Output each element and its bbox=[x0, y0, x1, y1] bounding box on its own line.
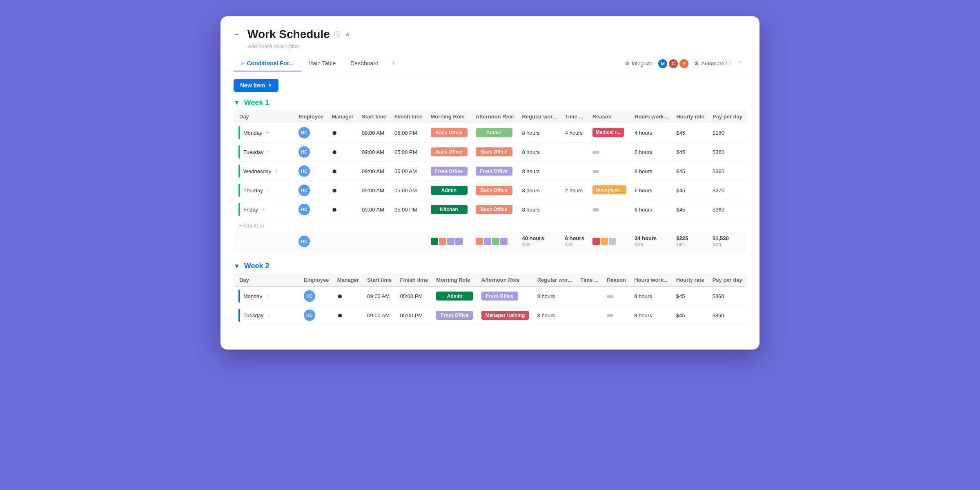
table-row: Monday + HC ● 09:00 AM 05:00 PM Admin Fr… bbox=[234, 287, 746, 306]
employee-cell: HC bbox=[294, 123, 327, 143]
manager-avatar: ● bbox=[332, 127, 337, 138]
collapse-icon[interactable]: ⌃ bbox=[737, 60, 742, 67]
pay-cell: $360 bbox=[708, 306, 746, 325]
group-week2: ▼ Week 2 Day Employee Manager Start time… bbox=[234, 262, 746, 325]
add-item-spacer bbox=[327, 219, 746, 232]
timeoff-cell bbox=[561, 143, 588, 162]
star-icon[interactable]: ★ bbox=[345, 31, 350, 38]
manager-cell: ● bbox=[327, 162, 357, 181]
avatar: HC bbox=[298, 165, 310, 177]
afternoon-role-badge: Back Office bbox=[476, 205, 512, 214]
add-row-icon[interactable]: + bbox=[265, 129, 269, 136]
sum-finish bbox=[390, 232, 427, 250]
col-morning: Morning Role bbox=[427, 110, 472, 123]
add-row-icon[interactable]: + bbox=[265, 292, 269, 300]
tab-add-button[interactable]: + bbox=[386, 55, 402, 72]
tabs-right: ⚙ Integrate M G Z ⚙ Automate / 1 ⌃ bbox=[625, 59, 746, 68]
start-cell: 09:00 AM bbox=[358, 181, 390, 200]
col-pay: Pay per day bbox=[708, 110, 746, 123]
avatar: HC bbox=[304, 310, 315, 321]
day-cell: Tuesday + bbox=[234, 306, 300, 325]
board-description[interactable]: Add board description bbox=[247, 43, 746, 49]
group-week1-title: Week 1 bbox=[244, 98, 270, 107]
integrate-button[interactable]: ⚙ Integrate bbox=[625, 60, 653, 67]
add-row-icon[interactable]: + bbox=[274, 167, 278, 175]
start-cell: 09:00 AM bbox=[358, 200, 390, 219]
morning-role-badge: Front Office bbox=[436, 311, 473, 320]
group-week1-header[interactable]: ▼ Week 1 bbox=[234, 98, 746, 107]
finish-cell: 05:00 AM bbox=[390, 162, 427, 181]
morning-role-badge: Admin bbox=[436, 292, 473, 301]
gmail-icon: G bbox=[669, 59, 678, 68]
week1-table: Day Employee Manager Start time Finish t… bbox=[234, 110, 746, 250]
col-regular: Regular wor... bbox=[533, 274, 577, 287]
add-row-icon[interactable]: + bbox=[267, 148, 270, 156]
tabs-row: ⌂ Conditional For... Main Table Dashboar… bbox=[234, 55, 746, 72]
pay-cell: $360 bbox=[708, 200, 746, 219]
automate-icon: ⚙ bbox=[694, 60, 699, 67]
col-finish: Finish time bbox=[396, 274, 432, 287]
group-week2-title: Week 2 bbox=[244, 262, 270, 270]
reason-swatches bbox=[592, 238, 626, 245]
back-button[interactable]: ← bbox=[234, 29, 243, 39]
main-window: ← Work Schedule ⓘ ★ Add board descriptio… bbox=[220, 16, 760, 350]
col-employee: Employee bbox=[300, 274, 333, 287]
row-color-bar bbox=[238, 165, 240, 178]
zapier-icon: Z bbox=[679, 59, 688, 68]
group-week2-header[interactable]: ▼ Week 2 bbox=[234, 262, 746, 270]
col-afternoon: Afternoon Role bbox=[472, 110, 518, 123]
hours-cell: 8 hours bbox=[630, 287, 672, 306]
sum-manager bbox=[327, 232, 357, 250]
manager-cell: ● bbox=[327, 200, 357, 219]
manager-avatar: ● bbox=[337, 291, 343, 301]
swatch-s3 bbox=[492, 238, 499, 245]
morning-role-badge: Back Office bbox=[431, 147, 468, 156]
afternoon-cell: Manager training bbox=[477, 306, 533, 325]
new-item-button[interactable]: New Item ▼ bbox=[234, 79, 278, 92]
tab-conditional[interactable]: ⌂ Conditional For... bbox=[234, 56, 301, 71]
info-icon[interactable]: ⓘ bbox=[334, 30, 341, 39]
sum-morning bbox=[427, 232, 472, 250]
add-item-row[interactable]: + Add Item bbox=[234, 219, 746, 232]
regular-cell: 8 hours bbox=[518, 181, 561, 200]
day-label: Monday bbox=[243, 293, 262, 299]
reason-badge bbox=[592, 208, 599, 212]
timeoff-cell bbox=[576, 287, 603, 306]
col-pay: Pay per day bbox=[708, 274, 746, 287]
week1-table-wrap: Day Employee Manager Start time Finish t… bbox=[234, 110, 746, 250]
afternoon-role-badge: Admin bbox=[476, 128, 512, 137]
col-reason: Reason bbox=[603, 274, 630, 287]
automate-button[interactable]: ⚙ Automate / 1 bbox=[694, 60, 731, 67]
swatch-salmon bbox=[439, 238, 446, 245]
reason-cell bbox=[603, 287, 630, 306]
employee-cell: HC bbox=[300, 306, 333, 325]
integrate-icon: ⚙ bbox=[625, 60, 630, 67]
day-cell: Monday + bbox=[234, 287, 300, 306]
sum-avatar-cell: HC bbox=[294, 232, 327, 250]
sum-label: sum bbox=[522, 242, 530, 247]
sum-label: sum bbox=[565, 242, 574, 247]
day-cell: Wednesday + bbox=[234, 162, 294, 181]
add-row-icon[interactable]: + bbox=[266, 187, 270, 194]
timeoff-cell bbox=[576, 306, 603, 325]
afternoon-role-badge: Front Office bbox=[481, 292, 518, 301]
afternoon-cell: Back Office bbox=[472, 200, 518, 219]
tab-main-table[interactable]: Main Table bbox=[301, 56, 343, 71]
morning-role-badge: Front Office bbox=[431, 167, 468, 176]
swatch-purple bbox=[447, 238, 454, 245]
table-row: Tuesday + HC ● 09:00 AM 05:00 PM Front O… bbox=[234, 306, 746, 325]
pay-cell: $180 bbox=[708, 123, 746, 143]
add-row-icon[interactable]: + bbox=[261, 206, 265, 213]
reason-badge bbox=[592, 151, 599, 154]
pay-cell: $360 bbox=[708, 287, 746, 306]
tab-dashboard[interactable]: Dashboard bbox=[343, 56, 386, 71]
row-color-bar bbox=[238, 184, 240, 197]
header: ← Work Schedule ⓘ ★ Add board descriptio… bbox=[220, 16, 760, 72]
avatar: HC bbox=[298, 185, 310, 196]
finish-cell: 05:00 PM bbox=[390, 143, 427, 162]
col-day: Day bbox=[234, 110, 294, 123]
add-item-label[interactable]: + Add Item bbox=[234, 219, 327, 232]
week2-header-row: Day Employee Manager Start time Finish t… bbox=[234, 274, 746, 287]
afternoon-role-badge: Manager training bbox=[481, 311, 529, 320]
add-row-icon[interactable]: + bbox=[267, 312, 270, 319]
